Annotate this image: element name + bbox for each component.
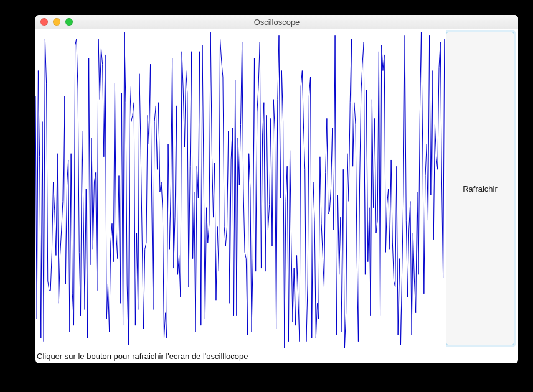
refresh-button-label: Rafraichir — [463, 184, 498, 194]
refresh-button[interactable]: Rafraichir — [446, 32, 514, 345]
window-title: Oscilloscope — [254, 17, 300, 27]
status-bar: Cliquer sur le bouton pour rafraichir l'… — [35, 348, 518, 363]
content: Rafraichir Cliquer sur le bouton pour ra… — [35, 29, 518, 363]
close-icon[interactable] — [40, 18, 48, 26]
window-controls — [40, 18, 73, 26]
signal-trace — [35, 32, 445, 348]
minimize-icon[interactable] — [53, 18, 60, 26]
app-window: Oscilloscope Rafraichir Cliquer sur le b… — [35, 15, 518, 363]
sidebar: Rafraichir — [446, 29, 518, 348]
main-area: Rafraichir — [35, 29, 518, 348]
zoom-icon[interactable] — [65, 18, 73, 26]
status-text: Cliquer sur le bouton pour rafraichir l'… — [37, 352, 248, 361]
oscilloscope-canvas — [35, 29, 446, 348]
oscilloscope-trace — [35, 29, 446, 348]
titlebar: Oscilloscope — [35, 15, 518, 29]
